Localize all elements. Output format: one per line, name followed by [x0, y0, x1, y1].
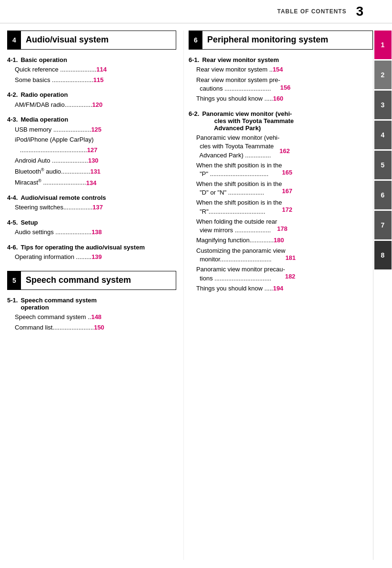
right-column: 6 Peripheral monitoring system 6-1. Rear…: [183, 31, 373, 560]
sidebar-tab-8[interactable]: 8: [374, 241, 392, 269]
entry-label: Panoramic view monitor (vehi- cles with …: [196, 134, 280, 160]
page-num: 131: [90, 167, 101, 176]
entry-label: Rear view monitor system ..: [196, 65, 272, 74]
entry-label: Audio settings .....................: [15, 228, 91, 237]
entry-label: Quick reference .....................: [15, 65, 96, 74]
entry-label: Panoramic view monitor precau- tions ...…: [196, 265, 285, 282]
sub-num-4-3: 4-3.: [7, 116, 18, 123]
section4-header: 4 Audio/visual system: [7, 31, 176, 50]
subsection-4-3: 4-3. Media operation USB memory ........…: [7, 116, 176, 188]
sub-title-4-2: Radio operation: [20, 91, 68, 98]
entry-label: Things you should know .....: [196, 284, 273, 293]
toc-row: Panoramic view monitor (vehi- cles with …: [196, 133, 373, 161]
entry-label: Steering switches.................: [15, 203, 92, 212]
subsection-6-2-heading: 6-2. Panoramic view monitor (vehi- cles …: [189, 110, 373, 132]
entries-4-5: Audio settings ..................... 138: [7, 227, 176, 238]
page-num: 150: [94, 323, 104, 332]
toc-row: Some basics ........................ 115: [15, 75, 176, 85]
entry-label: When the shift position is in the "P" ..…: [196, 161, 282, 178]
left-column: 4 Audio/visual system 4-1. Basic operati…: [7, 31, 183, 560]
entry-label: Command list........................: [15, 323, 94, 332]
sub-title-6-1: Rear view monitor system: [202, 56, 279, 63]
content-area: 4 Audio/visual system 4-1. Basic operati…: [0, 23, 392, 567]
entries-6-2: Panoramic view monitor (vehi- cles with …: [189, 133, 373, 294]
page-num: 165: [282, 168, 292, 177]
toc-row: iPod/iPhone (Apple CarPlay): [15, 135, 176, 145]
page-num: 130: [88, 156, 99, 165]
sidebar-tab-6[interactable]: 6: [374, 181, 392, 209]
page-num: 180: [274, 236, 284, 245]
entry-label: Things you should know .....: [196, 94, 273, 103]
toc-row: Bluetooth® audio................. 131: [15, 166, 176, 177]
entry-label: When the shift position is in the "R"...…: [196, 198, 282, 216]
section5-number: 5: [8, 271, 21, 289]
toc-row: Rear view monitor system pre- cautions .…: [196, 75, 373, 93]
entry-label: Some basics ........................: [15, 76, 93, 85]
toc-title: TABLE OF CONTENTS: [277, 8, 346, 15]
subsection-4-5-heading: 4-5. Setup: [7, 219, 176, 226]
section4-title: Audio/visual system: [21, 31, 113, 49]
page-num: 181: [285, 254, 296, 263]
entry-label: When folding the outside rear view mirro…: [196, 217, 277, 235]
page-num: 148: [91, 313, 101, 322]
toc-row: When folding the outside rear view mirro…: [196, 217, 373, 235]
toc-row: Android Auto ..................... 130: [15, 156, 176, 166]
subsection-4-6-heading: 4-6. Tips for operating the audio/visual…: [7, 244, 176, 251]
entries-4-1: Quick reference ..................... 11…: [7, 65, 176, 86]
sidebar-tab-3[interactable]: 3: [374, 91, 392, 119]
sub-num-4-2: 4-2.: [7, 91, 18, 98]
sidebar-tab-1[interactable]: 1: [374, 31, 392, 59]
sub-title-4-5: Setup: [20, 219, 38, 226]
entries-4-6: Operating information ......... 139: [7, 252, 176, 263]
entries-4-4: Steering switches................. 137: [7, 203, 176, 213]
entry-label: AM/FM/DAB radio................: [15, 101, 92, 110]
page-num: 138: [91, 228, 102, 237]
sub-title-5-1: Speech command systemoperation: [20, 297, 97, 311]
toc-row: Customizing the panoramic view monitor..…: [196, 246, 373, 265]
sub-num-4-6: 4-6.: [7, 244, 18, 251]
page-num: 156: [280, 83, 291, 93]
toc-row: Audio settings ..................... 138: [15, 227, 176, 238]
toc-row: Miracast® ......................... 134: [15, 177, 176, 188]
entry-label: Miracast® .........................: [15, 178, 86, 187]
page-num: 178: [277, 225, 288, 234]
sub-num-4-4: 4-4.: [7, 194, 18, 201]
toc-row: Command list........................ 150: [15, 323, 176, 333]
section5-title: Speech command system: [21, 271, 136, 289]
page-num: 172: [282, 206, 292, 215]
page-number: 3: [356, 4, 363, 19]
subsection-4-6: 4-6. Tips for operating the audio/visual…: [7, 244, 176, 263]
sidebar: 1 2 3 4 5 6 7 8: [373, 31, 392, 560]
sub-num-6-2: 6-2.: [189, 110, 199, 132]
entry-label: Android Auto .....................: [15, 156, 88, 165]
toc-row: Operating information ......... 139: [15, 252, 176, 263]
toc-row: ....................................... …: [15, 145, 176, 156]
sidebar-tab-7[interactable]: 7: [374, 211, 392, 239]
page-num: 154: [272, 65, 283, 74]
toc-row: Things you should know ..... 160: [196, 94, 373, 104]
sub-num-6-1: 6-1.: [189, 56, 199, 63]
sidebar-tab-2[interactable]: 2: [374, 61, 392, 89]
section5-header: 5 Speech command system: [7, 271, 176, 290]
page-num: 139: [91, 253, 102, 262]
page-num: 125: [91, 125, 101, 134]
subsection-4-4: 4-4. Audio/visual remote controls Steeri…: [7, 194, 176, 213]
entry-label: Customizing the panoramic view monitor..…: [196, 247, 285, 264]
sidebar-tab-5[interactable]: 5: [374, 151, 392, 179]
sub-num-4-1: 4-1.: [7, 56, 18, 63]
subsection-5-1: 5-1. Speech command systemoperation Spee…: [7, 297, 176, 333]
page-header: TABLE OF CONTENTS 3: [0, 0, 392, 23]
sub-num-4-5: 4-5.: [7, 219, 18, 226]
toc-row: When the shift position is in the "P" ..…: [196, 160, 373, 179]
section6-number: 6: [189, 31, 202, 49]
entries-5-1: Speech command system .. 148 Command lis…: [7, 312, 176, 333]
toc-row: Panoramic view monitor precau- tions ...…: [196, 265, 373, 283]
section6-title: Peripheral monitoring system: [202, 31, 333, 49]
page-num: 160: [273, 94, 283, 103]
subsection-6-1-heading: 6-1. Rear view monitor system: [189, 56, 373, 63]
sidebar-tab-4[interactable]: 4: [374, 121, 392, 149]
subsection-4-1-heading: 4-1. Basic operation: [7, 56, 176, 63]
toc-row: When the shift position is in the "D" or…: [196, 179, 373, 198]
sub-title-4-3: Media operation: [20, 116, 68, 123]
subsection-6-1: 6-1. Rear view monitor system Rear view …: [189, 56, 373, 104]
